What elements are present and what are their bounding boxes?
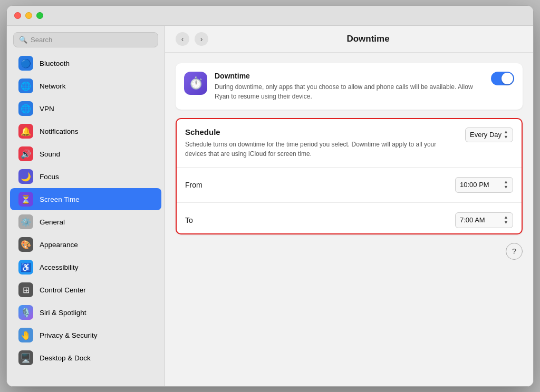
accessibility-label: Accessibility	[40, 263, 79, 271]
focus-label: Focus	[40, 173, 59, 181]
bluetooth-label: Bluetooth	[40, 60, 70, 67]
minimize-button[interactable]: –	[25, 12, 32, 19]
from-time-picker[interactable]: 10:00 PM ▲ ▼	[455, 177, 513, 193]
search-placeholder: Search	[31, 36, 52, 44]
network-label: Network	[40, 82, 66, 90]
general-icon: ⚙️	[18, 214, 33, 229]
screentime-icon: ⏳	[18, 192, 33, 207]
desktop-label: Desktop & Dock	[40, 354, 91, 362]
sidebar-item-screentime[interactable]: ⏳Screen Time	[10, 188, 161, 210]
sidebar-item-network[interactable]: 🌐Network	[10, 75, 161, 97]
schedule-frequency-label: Every Day	[470, 131, 502, 139]
sidebar: 🔍 Search 🔵Bluetooth🌐Network🌐VPN🔔Notifica…	[7, 26, 165, 386]
downtime-title: Downtime	[215, 72, 484, 80]
back-button[interactable]: ‹	[176, 32, 189, 46]
schedule-frequency-dropdown[interactable]: Every Day ▲ ▼	[465, 128, 513, 142]
sidebar-item-notifications[interactable]: 🔔Notifications	[10, 120, 161, 142]
frequency-stepper-icon: ▲ ▼	[504, 130, 508, 140]
downtime-description: During downtime, only apps that you choo…	[215, 82, 484, 101]
appearance-icon: 🎨	[18, 237, 33, 252]
downtime-icon: ⏱️	[184, 72, 207, 95]
from-time-value: 10:00 PM	[460, 181, 489, 189]
schedule-header: Schedule Schedule turns on downtime for …	[177, 119, 522, 163]
titlebar: × – +	[7, 6, 533, 26]
sidebar-item-desktop[interactable]: 🖥️Desktop & Dock	[10, 347, 161, 369]
schedule-card: Schedule Schedule turns on downtime for …	[176, 118, 523, 234]
appearance-label: Appearance	[40, 241, 78, 249]
bluetooth-icon: 🔵	[18, 56, 33, 71]
to-label: To	[185, 216, 193, 224]
downtime-toggle[interactable]	[491, 72, 514, 85]
content-area: 🔍 Search 🔵Bluetooth🌐Network🌐VPN🔔Notifica…	[7, 26, 533, 386]
sidebar-item-vpn[interactable]: 🌐VPN	[10, 97, 161, 120]
maximize-button[interactable]: +	[36, 12, 43, 19]
accessibility-icon: ♿	[18, 260, 33, 275]
divider-2	[177, 202, 522, 203]
downtime-info-card: ⏱️ Downtime During downtime, only apps t…	[176, 63, 523, 110]
controlcenter-icon: ⊞	[18, 282, 33, 297]
notifications-icon: 🔔	[18, 124, 33, 139]
siri-icon: 🎙️	[18, 305, 33, 320]
sidebar-item-general[interactable]: ⚙️General	[10, 211, 161, 233]
divider-1	[177, 167, 522, 168]
from-time-stepper: ▲ ▼	[504, 180, 508, 190]
to-time-stepper: ▲ ▼	[504, 215, 508, 226]
from-row: From 10:00 PM ▲ ▼	[177, 172, 522, 198]
desktop-icon: 🖥️	[18, 350, 33, 365]
to-time-value: 7:00 AM	[460, 216, 485, 224]
screentime-label: Screen Time	[40, 195, 80, 203]
sidebar-item-sound[interactable]: 🔊Sound	[10, 143, 161, 165]
forward-button[interactable]: ›	[195, 32, 208, 46]
toggle-knob	[502, 73, 513, 84]
from-label: From	[185, 181, 202, 189]
controlcenter-label: Control Center	[40, 286, 86, 294]
sidebar-item-controlcenter[interactable]: ⊞Control Center	[10, 279, 161, 301]
close-button[interactable]: ×	[14, 12, 21, 19]
sidebar-item-appearance[interactable]: 🎨Appearance	[10, 233, 161, 256]
sidebar-item-accessibility[interactable]: ♿Accessibility	[10, 256, 161, 278]
schedule-title: Schedule	[185, 128, 438, 136]
focus-icon: 🌙	[18, 169, 33, 184]
sidebar-items: 🔵Bluetooth🌐Network🌐VPN🔔Notifications🔊Sou…	[7, 52, 165, 369]
downtime-info-text: Downtime During downtime, only apps that…	[215, 72, 484, 101]
vpn-label: VPN	[40, 105, 54, 113]
to-time-picker[interactable]: 7:00 AM ▲ ▼	[455, 212, 513, 228]
vpn-icon: 🌐	[18, 101, 33, 116]
general-label: General	[40, 218, 65, 226]
help-button[interactable]: ?	[506, 243, 523, 260]
schedule-description: Schedule turns on downtime for the time …	[185, 140, 438, 159]
sidebar-item-privacy[interactable]: 🤚Privacy & Security	[10, 324, 161, 346]
sidebar-item-focus[interactable]: 🌙Focus	[10, 165, 161, 188]
privacy-icon: 🤚	[18, 328, 33, 342]
notifications-label: Notifications	[40, 128, 79, 135]
panel-header: ‹ › Downtime	[165, 26, 533, 53]
main-panel: ‹ › Downtime ⏱️ Downtime During downtime…	[165, 26, 533, 386]
panel-title: Downtime	[214, 34, 523, 44]
to-row: To 7:00 AM ▲ ▼	[177, 207, 522, 233]
schedule-header-left: Schedule Schedule turns on downtime for …	[185, 128, 438, 159]
sidebar-item-siri[interactable]: 🎙️Siri & Spotlight	[10, 301, 161, 324]
search-icon: 🔍	[19, 36, 27, 44]
sound-label: Sound	[40, 150, 60, 158]
system-preferences-window: × – + 🔍 Search 🔵Bluetooth🌐Network🌐VPN🔔No…	[6, 5, 534, 387]
network-icon: 🌐	[18, 79, 33, 93]
sidebar-item-bluetooth[interactable]: 🔵Bluetooth	[10, 52, 161, 74]
siri-label: Siri & Spotlight	[40, 309, 86, 317]
privacy-label: Privacy & Security	[40, 331, 98, 339]
search-bar[interactable]: 🔍 Search	[13, 32, 158, 47]
sound-icon: 🔊	[18, 146, 33, 161]
panel-content: ⏱️ Downtime During downtime, only apps t…	[165, 53, 533, 270]
